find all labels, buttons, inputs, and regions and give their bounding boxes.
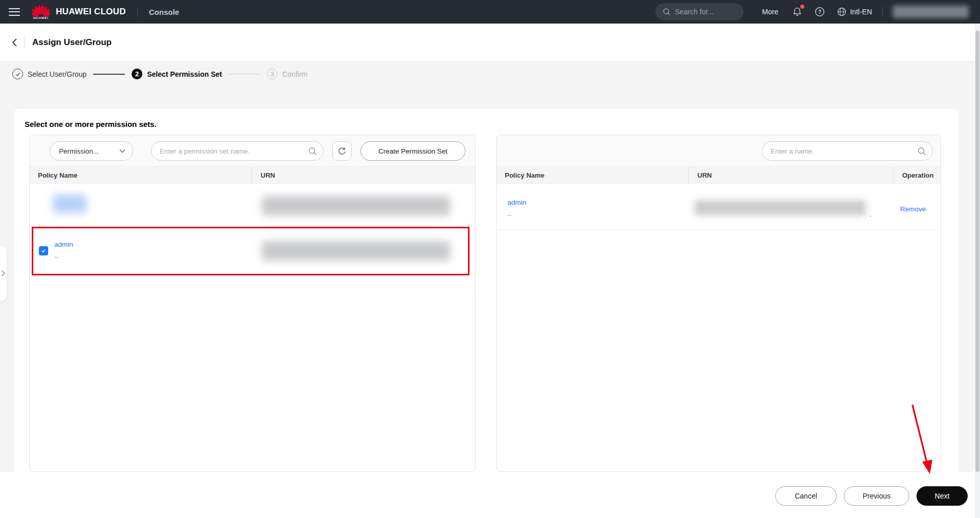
column-operation: Operation xyxy=(893,167,941,183)
available-permission-sets-panel: Permission... xyxy=(29,135,476,472)
top-header: HUAWEI HUAWEI CLOUD Console Search for..… xyxy=(0,0,980,24)
left-filter-bar: Permission... xyxy=(30,135,475,167)
selected-search-input[interactable] xyxy=(764,142,918,160)
column-policy-name: Policy Name xyxy=(30,167,251,183)
create-permission-set-label: Create Permission Set xyxy=(378,147,448,155)
chevron-right-icon xyxy=(1,270,6,276)
search-icon xyxy=(663,8,671,16)
policy-name-cell: admin -- xyxy=(30,229,251,273)
step-confirm: 3 Confirm xyxy=(267,69,307,79)
hamburger-menu-icon[interactable] xyxy=(9,8,20,16)
more-menu[interactable]: More xyxy=(762,8,778,16)
header-divider xyxy=(137,7,138,16)
policy-name-link[interactable]: admin xyxy=(54,241,73,248)
next-button[interactable]: Next xyxy=(917,486,968,506)
column-policy-name: Policy Name xyxy=(497,167,688,183)
notifications-button[interactable] xyxy=(792,6,803,17)
header-divider xyxy=(882,7,883,17)
remove-link[interactable]: Remove xyxy=(900,205,926,213)
policy-name-link[interactable]: admin xyxy=(507,199,526,206)
huawei-logo-text: HUAWEI xyxy=(33,16,49,19)
page-title-bar: Assign User/Group xyxy=(0,24,980,61)
instruction-text: Select one or more permission sets. xyxy=(25,120,157,128)
urn-redacted xyxy=(262,241,450,261)
page-title: Assign User/Group xyxy=(32,37,112,48)
notification-badge xyxy=(800,5,804,9)
previous-button[interactable]: Previous xyxy=(844,486,909,506)
scrollbar-thumb[interactable] xyxy=(975,31,979,472)
huawei-flower-icon xyxy=(32,4,50,17)
locale-switcher[interactable]: Intl-EN xyxy=(837,7,872,17)
permission-set-search xyxy=(151,141,324,161)
urn-cell xyxy=(251,184,475,228)
urn-redacted xyxy=(262,196,450,215)
check-icon xyxy=(40,248,47,254)
step3-label: Confirm xyxy=(282,70,307,78)
step3-circle: 3 xyxy=(267,69,278,79)
huawei-logo: HUAWEI xyxy=(32,4,50,19)
globe-icon xyxy=(837,7,847,17)
step-connector xyxy=(228,74,260,74)
back-chevron-icon xyxy=(11,38,18,47)
selected-search xyxy=(762,141,933,161)
step-wizard: Select User/Group 2 Select Permission Se… xyxy=(12,69,307,79)
step2-circle: 2 xyxy=(132,69,142,79)
wizard-footer: Cancel Previous Next xyxy=(0,472,980,518)
console-link[interactable]: Console xyxy=(149,8,179,16)
search-icon[interactable] xyxy=(308,147,317,156)
refresh-icon xyxy=(337,146,347,156)
back-button[interactable] xyxy=(11,38,18,47)
filter-type-dropdown[interactable]: Permission... xyxy=(50,141,133,161)
title-divider xyxy=(25,37,25,48)
urn-redacted xyxy=(694,200,866,215)
step1-label: Select User/Group xyxy=(28,70,87,78)
policy-subtext: -- xyxy=(507,211,526,219)
step-connector xyxy=(93,74,125,75)
column-urn: URN xyxy=(251,167,475,183)
filter-type-value: Permission... xyxy=(59,147,99,155)
row-checkbox-checked[interactable] xyxy=(39,246,48,255)
table-row: admin -- . Remove xyxy=(497,184,941,230)
column-urn: URN xyxy=(688,167,893,183)
global-search-placeholder: Search for... xyxy=(675,8,713,16)
svg-text:?: ? xyxy=(818,9,821,15)
urn-suffix: . xyxy=(869,210,871,218)
create-permission-set-button[interactable]: Create Permission Set xyxy=(360,141,465,161)
cancel-button[interactable]: Cancel xyxy=(775,486,837,506)
step1-circle xyxy=(12,69,23,79)
policy-name-redacted xyxy=(53,195,87,213)
selected-permission-sets-panel: Policy Name URN Operation admin -- . Rem… xyxy=(496,135,941,472)
content-background: Select User/Group 2 Select Permission Se… xyxy=(0,61,980,472)
sidebar-expand-handle[interactable] xyxy=(0,245,7,302)
account-name-redacted[interactable] xyxy=(893,6,969,18)
step-select-permission-set: 2 Select Permission Set xyxy=(132,69,222,79)
table-row[interactable] xyxy=(30,184,475,229)
urn-cell: . xyxy=(688,184,893,230)
locale-label: Intl-EN xyxy=(850,8,872,16)
search-icon[interactable] xyxy=(918,147,926,156)
help-button[interactable]: ? xyxy=(814,6,825,17)
step-select-user-group: Select User/Group xyxy=(12,69,87,79)
urn-cell xyxy=(251,229,475,273)
help-icon: ? xyxy=(814,6,825,17)
brand-title: HUAWEI CLOUD xyxy=(56,7,126,17)
chevron-down-icon xyxy=(119,149,125,153)
page-scrollbar[interactable] xyxy=(975,24,980,518)
left-table-header: Policy Name URN xyxy=(30,167,475,184)
main-card: Select one or more permission sets. Perm… xyxy=(14,109,958,472)
operation-cell: Remove xyxy=(893,184,941,230)
policy-subtext: -- xyxy=(54,253,73,261)
right-table-header: Policy Name URN Operation xyxy=(497,167,941,184)
permission-set-search-input[interactable] xyxy=(154,142,308,160)
global-search[interactable]: Search for... xyxy=(655,3,743,20)
check-icon xyxy=(15,71,21,77)
refresh-button[interactable] xyxy=(332,141,352,161)
right-filter-bar xyxy=(497,135,941,167)
table-row-selected[interactable]: admin -- xyxy=(30,229,475,274)
policy-name-cell xyxy=(30,184,251,228)
step2-label: Select Permission Set xyxy=(147,70,222,78)
policy-name-cell: admin -- xyxy=(497,184,688,230)
